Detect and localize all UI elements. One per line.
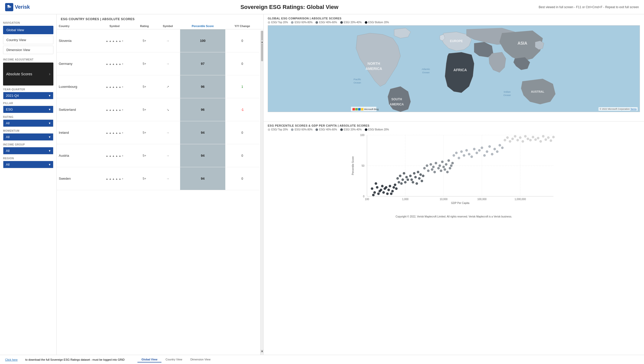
yoy-change-cell: 0	[225, 52, 259, 75]
svg-point-37	[376, 186, 379, 189]
download-link[interactable]: Click here	[5, 358, 18, 361]
percentile-score-cell: 96	[180, 98, 225, 121]
rating-dropdown[interactable]: All ▾	[3, 119, 53, 127]
svg-point-101	[468, 153, 471, 155]
svg-text:Ocean: Ocean	[354, 81, 361, 84]
svg-point-100	[465, 149, 468, 152]
percentile-score-cell: 94	[180, 121, 225, 144]
country-name: Germany	[57, 52, 96, 75]
svg-point-36	[373, 191, 376, 194]
legend-item: ESG/ Top 20%	[268, 21, 288, 24]
legend-item: ESG/ 40%-60%	[315, 21, 337, 24]
scrollbar-thumb[interactable]	[261, 31, 263, 61]
percentile-score-cell: 97	[180, 52, 225, 75]
svg-point-88	[444, 168, 446, 171]
title-suffix: Global View	[307, 4, 338, 10]
percentile-score-cell: 96	[180, 75, 225, 98]
world-map-container[interactable]: NORTH AMERICA SOUTH AMERICA EUROPE AFRIC…	[268, 25, 640, 112]
region-dropdown[interactable]: All ▾	[3, 161, 53, 168]
momentum-dropdown[interactable]: All ▾	[3, 133, 53, 141]
table-wrapper[interactable]: Country Symbol Rating Symbol Percentile …	[57, 23, 263, 355]
svg-text:AMERICA: AMERICA	[366, 67, 382, 71]
country-name: Slovenia	[57, 29, 96, 52]
svg-point-120	[517, 139, 519, 141]
svg-text:SOUTH: SOUTH	[391, 98, 402, 101]
svg-point-112	[496, 150, 499, 153]
svg-text:EUROPE: EUROPE	[450, 39, 463, 43]
svg-point-82	[435, 162, 437, 164]
sidebar-item-country-view[interactable]: Country View	[3, 36, 53, 44]
svg-text:AFRICA: AFRICA	[453, 68, 467, 72]
svg-point-134	[552, 136, 555, 138]
sidebar-item-global-view[interactable]: Global View	[3, 26, 53, 34]
map-copyright: © 2022 Microsoft Corporation Terms	[599, 107, 638, 111]
svg-point-97	[458, 157, 460, 159]
year-quarter-label: YEAR-QUARTER	[3, 88, 53, 91]
svg-text:NORTH: NORTH	[368, 62, 380, 66]
svg-point-66	[412, 181, 414, 184]
year-quarter-chevron-icon: ▾	[49, 94, 51, 98]
svg-point-43	[372, 194, 375, 196]
pillar-dropdown[interactable]: ESG ▾	[3, 106, 53, 113]
scatter-title: ESG PERCENTILE SCORES & GDP PER CAPITA |…	[268, 124, 640, 127]
momentum-value: All	[6, 135, 9, 139]
terms-link[interactable]: Terms	[630, 108, 637, 110]
bottom-tab-global-view[interactable]: Global View	[137, 357, 161, 362]
symbol-arrows-cell: ▲ ▲ ▲ ▲ ▲ +	[96, 98, 133, 121]
svg-point-61	[405, 176, 408, 178]
percentile-score-cell: 94	[180, 167, 225, 190]
income-group-dropdown[interactable]: All ▾	[3, 147, 53, 154]
country-name: Ireland	[57, 121, 96, 144]
country-name: Sweden	[57, 167, 96, 190]
svg-point-85	[440, 169, 442, 172]
scrollbar-track[interactable]: ▲ ▼	[260, 31, 263, 355]
income-box-text: Absolute Scores	[6, 72, 32, 76]
sidebar-item-dimension-view[interactable]: Dimension View	[3, 46, 53, 54]
svg-point-98	[460, 150, 463, 153]
col-percentile: Percentile Score	[180, 23, 225, 29]
svg-point-35	[371, 187, 373, 190]
scroll-up-button[interactable]: ▲	[261, 40, 263, 43]
bottom-tab-country-view[interactable]: Country View	[161, 357, 186, 362]
income-group-label: INCOME GROUP	[3, 143, 53, 146]
scroll-down-button[interactable]: ▼	[261, 350, 263, 353]
svg-point-127	[534, 138, 537, 141]
svg-point-77	[427, 169, 430, 172]
yoy-change-cell: 0	[225, 29, 259, 52]
svg-point-45	[382, 191, 385, 194]
svg-point-95	[453, 154, 455, 157]
yoy-change-cell: 1	[225, 75, 259, 98]
scatter-legend-item: ESG/ 40%-60%	[315, 128, 337, 131]
direction-symbol-cell: →	[156, 52, 180, 75]
yoy-change-cell: 0	[225, 167, 259, 190]
header: Verisk Sovereign ESG Ratings: Global Vie…	[0, 0, 644, 14]
year-quarter-dropdown[interactable]: 2021-Q4 ▾	[3, 92, 53, 99]
direction-symbol-cell: ↗	[156, 75, 180, 98]
svg-text:ASIA: ASIA	[518, 41, 527, 45]
svg-point-59	[398, 181, 400, 184]
scatter-legend-dot	[365, 128, 367, 131]
col-symbol-1: Symbol	[96, 23, 133, 29]
svg-point-78	[430, 163, 432, 166]
svg-point-71	[418, 177, 421, 180]
col-rating: Rating	[133, 23, 156, 29]
svg-point-72	[419, 173, 422, 176]
scatter-legend-dot	[268, 128, 270, 131]
svg-text:GDP Per Capita: GDP Per Capita	[451, 202, 470, 204]
svg-point-125	[529, 139, 532, 141]
income-adjustment-box[interactable]: Absolute Scores ›	[3, 63, 53, 86]
country-name: Luxembourg	[57, 75, 96, 98]
footer: Click here to download the full Sovereig…	[0, 355, 644, 364]
scatter-legend: ESG/ Top 20%ESG/ 60%-80%ESG/ 40%-60%ESG/…	[268, 128, 640, 131]
momentum-label: MOMENTUM	[3, 129, 53, 132]
svg-point-133	[550, 139, 552, 142]
col-country: Country	[57, 23, 96, 29]
svg-point-107	[483, 154, 486, 157]
table-row: Switzerland ▲ ▲ ▲ ▲ ▲ + 5+ ↘ 96 -1	[57, 98, 263, 121]
svg-point-53	[390, 192, 393, 195]
svg-text:100: 100	[365, 198, 369, 201]
legend-dot	[315, 21, 318, 24]
world-map-svg: NORTH AMERICA SOUTH AMERICA EUROPE AFRIC…	[268, 26, 640, 112]
svg-text:Ocean: Ocean	[504, 94, 511, 96]
bottom-tab-dimension-view[interactable]: Dimension View	[186, 357, 215, 362]
